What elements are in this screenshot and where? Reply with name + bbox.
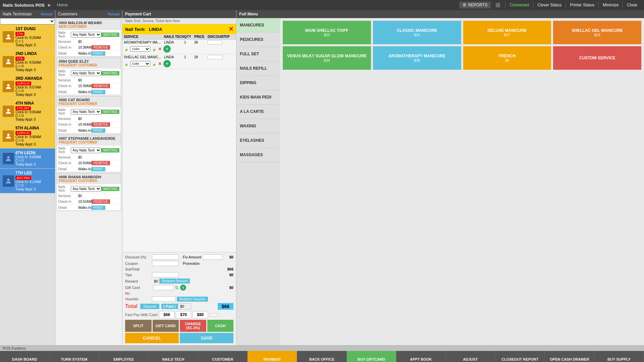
redeem-reward-button[interactable]: Redeem Reward xyxy=(159,279,190,284)
nails-tech-reload[interactable]: Reload xyxy=(41,12,52,16)
close-cart-button[interactable]: ✕ xyxy=(228,25,233,33)
reports-button[interactable]: 🖹 REPORTS xyxy=(459,2,491,8)
nails-tech-select[interactable] xyxy=(0,18,55,24)
menu-item-french[interactable]: FRENCH $5 xyxy=(463,46,551,70)
voucher-input[interactable] xyxy=(152,296,175,302)
tech-item-amanda[interactable]: 3RD AMANDA ACRYLIC Clock In: 8:57AM C:= … xyxy=(0,74,55,99)
coupon-input[interactable] xyxy=(152,261,179,266)
print-button[interactable]: PRINT xyxy=(91,51,105,56)
remove-button[interactable]: REMOVE xyxy=(92,199,110,204)
customer-type: NEW CUSTOMER xyxy=(59,25,119,28)
menu-category-manicures[interactable]: MANICURES xyxy=(236,18,280,33)
remove-item2-button[interactable]: ✕ xyxy=(158,61,162,66)
menu-category-full-set[interactable]: FULL SET xyxy=(236,47,280,61)
menu-item-venus-milky-sugar-glow-manicur[interactable]: VENUS MILKY SUGAR GLOW MANICURE $34 xyxy=(283,46,371,70)
pos-btn-appt-book[interactable]: APPT BOOK xyxy=(396,351,446,362)
save-button[interactable]: SAVE xyxy=(180,333,233,343)
fix-amount-input[interactable] xyxy=(203,254,223,260)
menu-category-massages[interactable]: MASSAGES xyxy=(236,148,280,162)
print-button[interactable]: PRINT xyxy=(91,128,105,133)
tips-input[interactable] xyxy=(152,272,179,278)
menu-category-a-la-carte[interactable]: A LA CARTE xyxy=(236,105,280,119)
pos-btn-customer[interactable]: CUSTOMER xyxy=(198,351,248,362)
nails-tech-select[interactable]: Any Nails Tech xyxy=(71,32,101,38)
menu-category-nails-refill[interactable]: NAILS REFILL xyxy=(236,61,280,76)
remove-button[interactable]: REMOVE xyxy=(92,122,110,127)
tech-item-nina[interactable]: 4TH NINA CTN 2BT Clock In: 9:05AM C:= 0 … xyxy=(0,99,55,124)
pos-btn-dash-board[interactable]: DASH BOARD xyxy=(0,351,50,362)
split-button[interactable]: SPLIT xyxy=(125,320,152,332)
menu-item-shellac-gel-manicure[interactable]: SHELLAC GEL MANICURE $28 xyxy=(553,21,641,44)
pos-btn-nails-tech[interactable]: NAILS TECH xyxy=(149,351,198,362)
pos-btn-back-office[interactable]: BACK OFFICE xyxy=(297,351,347,362)
add-item-button[interactable]: + xyxy=(163,45,171,53)
menu-category-dipping[interactable]: DIPPING xyxy=(236,76,280,90)
fast-pay-70[interactable]: $70 xyxy=(176,311,191,318)
item-discount-input[interactable] xyxy=(208,55,222,59)
pos-btn-payment[interactable]: PAYMENT xyxy=(248,351,297,362)
pos-btn-turn-system[interactable]: TURN SYSTEM xyxy=(50,351,99,362)
tech-c: C:= 0 xyxy=(15,159,41,163)
discount-label: Discount (%) xyxy=(125,255,152,259)
cancel-button[interactable]: CANCEL xyxy=(125,333,179,343)
remove-button[interactable]: REMOVE xyxy=(92,84,110,88)
tech-item-lee[interactable]: 7TH LEE BOT PED Clock In: 9:14AM C:= 0 T… xyxy=(0,169,55,193)
tech-appt: Today Appt: 0 xyxy=(15,142,41,146)
leaf-icon: 🍃 xyxy=(124,47,129,51)
tech-appt: Today Appt: 0 xyxy=(15,43,41,47)
tech-item-alaina[interactable]: 5TH ALAINA ACRYLIC Clock In: 9:06AM C:= … xyxy=(0,124,55,148)
detail-val: Walks-In xyxy=(78,52,91,55)
gift-card-input[interactable] xyxy=(153,285,173,290)
services-val: $0 xyxy=(78,78,82,82)
item-discount-input[interactable] xyxy=(208,40,222,45)
close-button[interactable]: Close xyxy=(623,2,641,8)
tech-item-leon[interactable]: 6TH LEON Clock In: 9:06AM C:= 0 Today Ap… xyxy=(0,148,55,169)
menu-item-mani-shellac-t/off[interactable]: MANI SHELLAC T/OFF $33 xyxy=(283,21,371,44)
menu-item-custom-service[interactable]: CUSTOM SERVICE xyxy=(553,46,641,70)
tech-item-dung[interactable]: 1ST DUNG CTN Clock In: 8:26AM C:= 1 Toda… xyxy=(0,24,55,49)
pos-btn-closeout-report[interactable]: CLOSEOUT REPORT xyxy=(495,351,545,362)
home-button[interactable]: Home xyxy=(54,2,70,8)
print-button[interactable]: PRINT xyxy=(91,167,105,171)
menu-category-pedicures[interactable]: PEDICURES xyxy=(236,33,280,47)
nails-tech-select[interactable]: Any Nails Tech xyxy=(71,109,101,115)
fast-pay-80[interactable]: $80 xyxy=(193,311,208,318)
gift-plus-button[interactable]: + xyxy=(180,285,186,291)
remove-item-button[interactable]: ✕ xyxy=(158,46,162,52)
menu-item-label: DELUXE MANICURE xyxy=(488,28,527,33)
menu-item-aromatherapy-manicure[interactable]: AROMATHERAPY MANICURE $38 xyxy=(373,46,461,70)
remove-button[interactable]: REMOVE xyxy=(92,161,110,165)
charge-button[interactable]: CHARGE (SC.3%) xyxy=(180,320,206,332)
menu-category-kids-mani-pedi[interactable]: KIDS MANI PEDI xyxy=(236,90,280,105)
paid-amount-input[interactable] xyxy=(178,303,191,309)
redeem-voucher-button[interactable]: Redeem Voucher xyxy=(177,297,208,302)
nails-tech-select[interactable]: Any Nails Tech xyxy=(71,147,101,153)
remove-button[interactable]: REMOVE xyxy=(92,45,110,50)
pos-btn-buy-giftcard[interactable]: BUY GIFTCARD xyxy=(347,351,396,362)
deposit-button[interactable]: Deposit xyxy=(140,304,159,309)
pos-btn-buy-supply[interactable]: BUY SUPPLY xyxy=(594,351,644,362)
print-button[interactable]: PRINT xyxy=(91,90,105,94)
nails-tech-select[interactable]: Any Nails Tech xyxy=(71,186,101,192)
fast-pay-empty[interactable] xyxy=(209,313,218,316)
add-item2-button[interactable]: + xyxy=(163,60,171,67)
color-select2[interactable]: Color xyxy=(130,61,150,66)
discount-input[interactable] xyxy=(152,254,179,260)
menu-item-label: AROMATHERAPY MANICURE xyxy=(388,54,445,58)
print-button[interactable]: PRINT xyxy=(91,205,105,210)
customers-reload[interactable]: Reload xyxy=(108,12,119,16)
pos-btn-adjust[interactable]: ADJUST xyxy=(446,351,495,362)
cash-button[interactable]: CASH xyxy=(207,320,234,332)
menu-item-deluxe-manicure[interactable]: DELUXE MANICURE $27 xyxy=(463,21,551,44)
minimize-button[interactable]: Minimize xyxy=(598,2,623,8)
color-select[interactable]: Color xyxy=(130,46,150,52)
tech-item-linda[interactable]: 2ND LINDA CTN Clock In: 8:50AM C:= 0 Tod… xyxy=(0,49,55,74)
gift-card-button[interactable]: GIFT CARD xyxy=(153,320,179,332)
fast-pay-66[interactable]: $66 xyxy=(159,311,174,318)
nails-tech-select[interactable]: Any Nails Tech xyxy=(71,70,101,76)
menu-category-eyelashes[interactable]: EYELASHES xyxy=(236,133,280,148)
menu-category-waxing[interactable]: WAXING xyxy=(236,119,280,133)
pos-btn-employee[interactable]: EMPLOYEE xyxy=(99,351,149,362)
menu-item-classic-manicure[interactable]: CLASSIC MANICURE $14 xyxy=(373,21,461,44)
pos-btn-open-cash-drawer[interactable]: OPEN CASH DRAWER xyxy=(545,351,595,362)
